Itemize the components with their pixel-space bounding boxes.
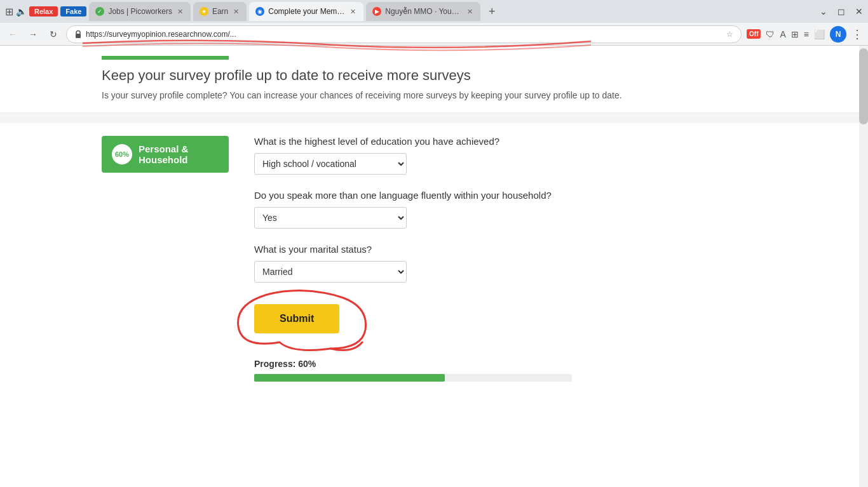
education-select[interactable]: High school / vocational Some primary sc… <box>254 153 407 175</box>
tab-nguyen[interactable]: ▶ Nguyễn MMO · YouTu... ✕ <box>366 2 480 21</box>
tab-complete-label: Complete your Membe... <box>268 7 345 16</box>
tab-complete-favicon: ◉ <box>255 7 264 16</box>
question-marital-label: What is your marital status? <box>254 244 766 255</box>
svg-rect-0 <box>76 34 81 38</box>
off-badge: Off <box>747 29 761 39</box>
tab-earn-close[interactable]: ✕ <box>232 7 240 17</box>
relax-extension[interactable]: Relax <box>29 6 58 17</box>
question-education: What is the highest level of education y… <box>254 136 766 175</box>
tab-nguyen-close[interactable]: ✕ <box>466 7 474 17</box>
tab-nguyen-label: Nguyễn MMO · YouTu... <box>385 7 462 16</box>
tab-earn[interactable]: ★ Earn ✕ <box>193 2 247 21</box>
submit-wrapper: Submit <box>254 298 339 346</box>
title-bar: ⊞ 🔈 Relax Fake ✓ Jobs | Picoworkers ✕ ★ … <box>0 0 868 23</box>
tab-complete[interactable]: ◉ Complete your Membe... ✕ <box>249 2 363 21</box>
progress-label: Progress: 60% <box>254 359 766 369</box>
menu-icon[interactable]: ⋮ <box>851 27 863 41</box>
audio-icon[interactable]: 🔈 <box>16 6 27 17</box>
restore-icon[interactable]: ◻ <box>837 6 845 17</box>
language-select[interactable]: Yes No <box>254 207 407 229</box>
address-bar[interactable]: https://surveymyopinion.researchnow.com/… <box>66 25 742 43</box>
new-tab-button[interactable]: + <box>483 3 501 20</box>
top-progress-bar <box>102 56 229 60</box>
tab-jobs[interactable]: ✓ Jobs | Picoworkers ✕ <box>89 2 190 21</box>
banner-section: Keep your survey profile up to date to r… <box>0 46 868 113</box>
section-label: Personal & Household <box>139 143 219 165</box>
form-area: What is the highest level of education y… <box>254 136 766 382</box>
fake-extension[interactable]: Fake <box>60 6 86 17</box>
forward-button[interactable]: → <box>25 27 41 42</box>
star-icon[interactable]: ☆ <box>726 30 733 39</box>
banner-subtitle: Is your survey profile complete? You can… <box>102 89 766 102</box>
tab-complete-close[interactable]: ✕ <box>349 7 357 17</box>
banner-title: Keep your survey profile up to date to r… <box>102 67 766 84</box>
progress-bar-fill <box>254 374 445 382</box>
progress-bar-container <box>254 374 572 382</box>
scrollbar-thumb[interactable] <box>859 48 868 124</box>
question-education-label: What is the highest level of education y… <box>254 136 766 147</box>
tab-jobs-favicon: ✓ <box>95 7 104 16</box>
section-divider <box>0 113 868 123</box>
sidebar: 60% Personal & Household <box>102 136 229 382</box>
page-content: Keep your survey profile up to date to r… <box>0 46 868 487</box>
question-marital: What is your marital status? Single Marr… <box>254 244 766 283</box>
address-text[interactable]: https://surveymyopinion.researchnow.com/… <box>86 30 722 39</box>
marital-select[interactable]: Single Married Divorced Widowed Separate… <box>254 261 407 283</box>
extensions-icon[interactable]: ⊞ <box>5 6 13 18</box>
question-language-label: Do you speak more than one language flue… <box>254 190 766 201</box>
reload-button[interactable]: ↻ <box>46 27 61 42</box>
main-layout: 60% Personal & Household What is the hig… <box>0 123 868 394</box>
question-language: Do you speak more than one language flue… <box>254 190 766 229</box>
section-badge: 60% Personal & Household <box>102 136 229 173</box>
tab-earn-favicon: ★ <box>200 7 208 16</box>
scrollbar-track <box>859 46 868 487</box>
window-controls: ⌄ ◻ ✕ <box>820 6 863 17</box>
progress-section: Progress: 60% <box>254 359 766 382</box>
extensions-toolbar-icon[interactable]: ⊞ <box>791 29 799 39</box>
translate-icon[interactable]: A <box>780 29 785 39</box>
tab-earn-label: Earn <box>212 7 228 16</box>
address-bar-row: ← → ↻ https://surveymyopinion.researchno… <box>0 23 868 46</box>
split-screen-icon[interactable]: ⬜ <box>814 29 825 39</box>
tab-nguyen-favicon: ▶ <box>372 7 381 16</box>
tab-jobs-close[interactable]: ✕ <box>176 7 184 17</box>
tab-jobs-label: Jobs | Picoworkers <box>108 7 172 16</box>
lock-icon <box>74 30 82 39</box>
profile-avatar[interactable]: N <box>830 26 846 43</box>
back-button[interactable]: ← <box>5 27 20 42</box>
close-icon[interactable]: ✕ <box>855 6 863 17</box>
submit-button[interactable]: Submit <box>254 304 339 333</box>
minimize-icon[interactable]: ⌄ <box>820 6 827 17</box>
badge-percent: 60% <box>112 144 132 164</box>
bookmarks-icon[interactable]: ≡ <box>804 29 809 39</box>
shield-icon: 🛡 <box>766 29 775 39</box>
